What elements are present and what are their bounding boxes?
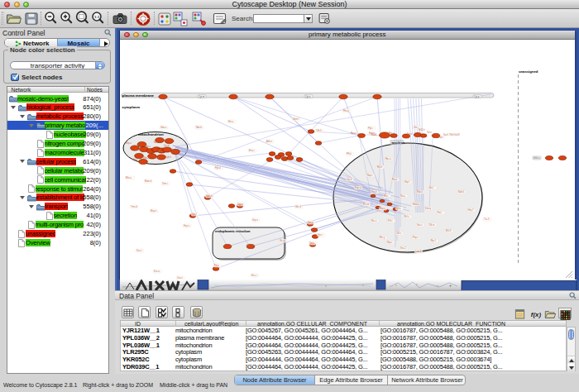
- svg-text:Fal-r: Fal-r: [438, 211, 442, 214]
- svg-text:Pet-i: Pet-i: [133, 158, 138, 161]
- svg-text:Mrp-a: Mrp-a: [126, 141, 132, 145]
- svg-text:Pdi-y: Pdi-y: [214, 264, 220, 267]
- svg-text:Ubc-d: Ubc-d: [295, 205, 301, 208]
- svg-text:Hxt-a: Hxt-a: [228, 120, 234, 123]
- svg-text:endoplasmic reticulum: endoplasmic reticulum: [215, 229, 251, 233]
- svg-text:Pyk-i: Pyk-i: [368, 127, 373, 130]
- svg-text:Mak-k: Mak-k: [417, 190, 423, 194]
- svg-text:Lsm-3: Lsm-3: [415, 250, 422, 253]
- svg-text:Atp-c: Atp-c: [146, 145, 151, 148]
- svg-text:Pop-z: Pop-z: [413, 236, 419, 239]
- svg-text:Nde-b: Nde-b: [196, 126, 203, 129]
- svg-text:Adh-e: Adh-e: [266, 140, 272, 143]
- svg-text:Snu-2: Snu-2: [400, 246, 406, 250]
- svg-text:Nd-e: Nd-e: [154, 141, 159, 144]
- svg-text:Gar-v: Gar-v: [417, 223, 423, 227]
- svg-text:Ssa-v: Ssa-v: [136, 249, 142, 252]
- svg-text:Ssl2-b: Ssl2-b: [419, 128, 425, 131]
- svg-text:Sua7-Tfb3-Kin28: Sua7-Tfb3-Kin28: [443, 133, 460, 136]
- svg-text:Ypt-s: Ypt-s: [309, 241, 315, 245]
- svg-text:Nab-6: Nab-6: [458, 190, 465, 194]
- svg-text:Rps-a: Rps-a: [385, 157, 391, 160]
- svg-text:Cyt-m: Cyt-m: [199, 94, 205, 98]
- svg-text:Rrs-m: Rrs-m: [363, 203, 369, 206]
- svg-text:Kar-w: Kar-w: [154, 270, 160, 273]
- svg-text:Gpm-f: Gpm-f: [293, 117, 299, 121]
- svg-text:Pfk-k: Pfk-k: [347, 152, 352, 155]
- svg-text:Yra-9: Yra-9: [484, 218, 490, 221]
- svg-text:Yme-d: Yme-d: [131, 205, 137, 208]
- svg-text:cytoplasm: cytoplasm: [122, 105, 141, 109]
- svg-text:Hsp-u: Hsp-u: [184, 224, 189, 227]
- svg-text:Nmd-p: Nmd-p: [413, 203, 419, 206]
- svg-text:f(x): f(x): [530, 311, 541, 318]
- svg-text:Rpc-c: Rpc-c: [389, 131, 395, 135]
- svg-text:mitochondrion: mitochondrion: [138, 132, 164, 136]
- svg-text:Ilv-g: Ilv-g: [155, 156, 159, 160]
- svg-text:Cox-b: Cox-b: [135, 148, 141, 151]
- svg-text:Unk-a: Unk-a: [534, 156, 540, 160]
- svg-text:Rpl-b: Rpl-b: [377, 165, 383, 169]
- svg-text:plasma membrane: plasma membrane: [122, 93, 155, 97]
- svg-text:Taf-e: Taf-e: [427, 131, 432, 134]
- svg-text:Mito-a: Mito-a: [126, 176, 132, 179]
- svg-text:Gda-a: Gda-a: [160, 126, 167, 129]
- svg-text:Ero-z: Ero-z: [251, 274, 257, 277]
- svg-text:Rpr-1: Rpr-1: [431, 239, 437, 242]
- svg-text:Mba-f: Mba-f: [143, 156, 149, 160]
- svg-text:Rad3: Rad3: [371, 133, 377, 136]
- svg-text:Sec-q: Sec-q: [308, 221, 313, 224]
- svg-text:Nog-h: Nog-h: [371, 190, 378, 194]
- svg-text:Rnt-y: Rnt-y: [380, 236, 385, 239]
- svg-text:Nup-t: Nup-t: [387, 241, 393, 244]
- svg-text:Tif-o: Tif-o: [396, 207, 401, 210]
- svg-text:Sec-1: Sec-1: [246, 244, 252, 247]
- svg-text:Cyt-p: Cyt-p: [474, 94, 480, 98]
- svg-text:Eno-c: Eno-c: [249, 149, 255, 152]
- svg-text:Gph-m: Gph-m: [206, 194, 213, 198]
- svg-text:Qcr-d: Qcr-d: [164, 144, 170, 147]
- svg-text:Pgk-d: Pgk-d: [215, 166, 221, 170]
- svg-text:Brx-l: Brx-l: [429, 186, 434, 189]
- svg-text:Vps-r: Vps-r: [318, 233, 323, 237]
- svg-text:unassigned: unassigned: [519, 69, 538, 73]
- svg-text:Nop-c: Nop-c: [367, 174, 374, 177]
- svg-text:Glc-p: Glc-p: [280, 239, 285, 242]
- svg-text:Rix-i: Rix-i: [384, 194, 389, 198]
- svg-text:1:1: 1:1: [94, 15, 100, 19]
- svg-text:Cyt-n: Cyt-n: [305, 94, 311, 98]
- svg-text:Msp-e: Msp-e: [151, 209, 157, 213]
- svg-text:Mam-b: Mam-b: [145, 179, 152, 183]
- svg-text:Tps-l: Tps-l: [192, 213, 197, 216]
- svg-text:Cyb-h: Cyb-h: [165, 155, 171, 159]
- svg-text:Fba-g: Fba-g: [343, 109, 349, 112]
- svg-text:Sik-w: Sik-w: [429, 223, 434, 227]
- svg-text:Cbf-x: Cbf-x: [396, 232, 402, 235]
- svg-text:Rrp-e: Rrp-e: [392, 178, 398, 181]
- svg-text:Tdh-h: Tdh-h: [316, 129, 322, 132]
- svg-text:Ebp-n: Ebp-n: [380, 207, 385, 210]
- svg-text:Dbp-f: Dbp-f: [404, 180, 410, 184]
- svg-text:Dim-q: Dim-q: [425, 207, 431, 210]
- svg-text:Ugp-n: Ugp-n: [237, 203, 244, 206]
- svg-text:+: +: [449, 283, 452, 288]
- svg-text:Hrp-7: Hrp-7: [468, 208, 474, 212]
- svg-text:Msl-8: Msl-8: [446, 229, 452, 232]
- svg-text:Tom-c: Tom-c: [162, 182, 169, 185]
- svg-text:Spt-d: Spt-d: [407, 132, 413, 136]
- svg-text:Utp-d: Utp-d: [347, 178, 352, 181]
- svg-text:Nsa-j: Nsa-j: [400, 194, 405, 198]
- svg-text:Nsr-u: Nsr-u: [371, 219, 377, 222]
- svg-text:Sdh-j: Sdh-j: [157, 150, 162, 153]
- svg-text:Puf-t: Puf-t: [388, 219, 393, 222]
- svg-text:Pwp-g: Pwp-g: [355, 186, 361, 189]
- svg-text:Rpo-a: Rpo-a: [351, 131, 357, 135]
- svg-text:Rcl-s: Rcl-s: [404, 215, 410, 218]
- svg-text:Gsy-o: Gsy-o: [252, 218, 258, 222]
